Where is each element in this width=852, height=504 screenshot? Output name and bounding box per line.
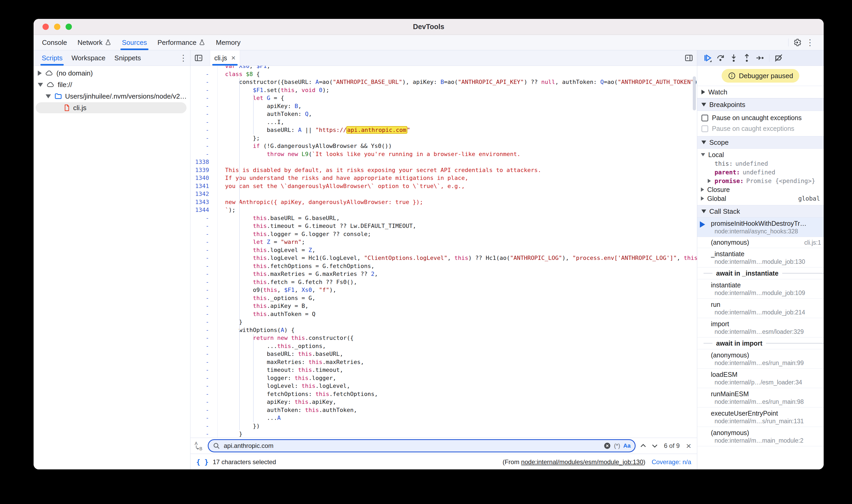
gutter-marker[interactable]: - xyxy=(191,326,218,334)
code-line-text[interactable]: this._options = G, xyxy=(218,294,315,302)
code-line-text[interactable]: return new this.constructor({ xyxy=(218,334,354,342)
code-line-text[interactable]: If you understand the risks and have app… xyxy=(218,174,468,182)
code-line-text[interactable]: apiKey: this.apiKey, xyxy=(218,398,336,406)
step-over-icon[interactable] xyxy=(714,52,727,64)
code-line-text[interactable]: this.fetch = G.fetch ?? Fs0(), xyxy=(218,278,357,286)
toggle-sidebar-icon[interactable] xyxy=(685,54,693,62)
code-line-text[interactable]: this.logger = G.logger ?? console; xyxy=(218,230,371,238)
scope-property-promise[interactable]: promise:Promise {<pending>} xyxy=(697,177,824,185)
tab-sources[interactable]: Sources xyxy=(117,35,152,50)
step-into-icon[interactable] xyxy=(728,52,740,64)
code-line-text[interactable]: if (!G.dangerouslyAllowBrowser && Ys0()) xyxy=(218,142,392,150)
code-line[interactable]: - }) xyxy=(191,422,697,430)
tab-network[interactable]: Network xyxy=(72,35,117,50)
gutter-marker[interactable]: - xyxy=(191,310,218,318)
code-line[interactable]: - } xyxy=(191,318,697,326)
section-scope[interactable]: Scope xyxy=(697,136,824,149)
code-line[interactable]: - logLevel: this.logLevel, xyxy=(191,382,697,390)
code-line-text[interactable]: fetchOptions: this.fetchOptions, xyxy=(218,390,378,398)
gutter-marker[interactable]: - xyxy=(191,110,218,118)
code-line[interactable]: - apiKey: this.apiKey, xyxy=(191,398,697,406)
gutter-marker[interactable]: - xyxy=(191,358,218,366)
tree-item-cli-js[interactable]: cli.js xyxy=(34,102,190,113)
chevron-down-icon[interactable] xyxy=(38,83,43,87)
code-line[interactable]: - this.authToken = Q xyxy=(191,310,697,318)
code-line[interactable]: - if (!G.dangerouslyAllowBrowser && Ys0(… xyxy=(191,142,697,150)
code-line-text[interactable]: baseURL: this.baseURL, xyxy=(218,350,343,358)
code-line-text[interactable]: let Z = "warn"; xyxy=(218,238,305,246)
code-line-text[interactable]: this.timeout = G.timeout ?? Lw.DEFAULT_T… xyxy=(218,222,416,230)
editor-scrollbar[interactable] xyxy=(693,76,696,110)
code-line[interactable]: -class $8 { xyxy=(191,70,697,78)
code-line-text[interactable]: authToken: this.authToken, xyxy=(218,406,357,414)
navigator-tab-snippets[interactable]: Snippets xyxy=(110,50,145,66)
code-line-text[interactable]: } xyxy=(218,318,242,326)
call-stack-frame[interactable]: (anonymous)node:internal/m…main_module:2 xyxy=(697,427,824,446)
gutter-marker[interactable]: - xyxy=(191,86,218,94)
search-input[interactable] xyxy=(223,442,600,450)
match-case-toggle-icon[interactable]: Aa xyxy=(623,443,631,449)
code-line[interactable]: - return new this.constructor({ xyxy=(191,334,697,342)
section-watch[interactable]: Watch xyxy=(697,86,824,98)
tab-memory[interactable]: Memory xyxy=(211,35,246,50)
code-line[interactable]: - $F1.set(this, void 0); xyxy=(191,86,697,94)
code-line-text[interactable]: baseURL: A || "https://api.anthropic.com… xyxy=(218,126,410,134)
code-line-text[interactable]: apiKey: B, xyxy=(218,102,301,110)
gutter-marker[interactable]: - xyxy=(191,142,218,150)
call-stack-frame[interactable]: (anonymous)cli.js:1 xyxy=(697,237,824,248)
navigator-more-icon[interactable]: ⋮ xyxy=(177,53,190,63)
code-line[interactable]: - authToken: Q, xyxy=(191,110,697,118)
regex-toggle-icon[interactable]: (*) xyxy=(614,443,620,449)
gutter-marker[interactable]: - xyxy=(191,286,218,294)
code-line-text[interactable]: ...this._options, xyxy=(218,342,326,350)
code-line-text[interactable] xyxy=(218,158,225,166)
gutter-marker[interactable]: - xyxy=(191,342,218,350)
call-stack-frame[interactable]: promiseInitHookWithDestroyTr…node:intern… xyxy=(697,218,824,237)
coverage-link[interactable]: Coverage: n/a xyxy=(652,458,691,466)
search-input-box[interactable]: (*) Aa xyxy=(208,439,636,452)
code-line-text[interactable]: logger: this.logger, xyxy=(218,374,336,382)
gutter-marker[interactable]: - xyxy=(191,334,218,342)
chevron-down-icon[interactable] xyxy=(701,153,705,156)
tree-item-users-jinhuilee-nvm-versions-node-v2-[interactable]: Users/jinhuilee/.nvm/versions/node/v2… xyxy=(34,90,190,102)
gutter-marker[interactable]: - xyxy=(191,374,218,382)
code-line[interactable]: - let Z = "warn"; xyxy=(191,238,697,246)
code-line-text[interactable]: this.maxRetries = G.maxRetries ?? 2, xyxy=(218,270,378,278)
code-line-text[interactable]: new Anthropic({ apiKey, dangerouslyAllow… xyxy=(218,198,423,206)
chevron-down-icon[interactable] xyxy=(46,94,51,98)
gutter-marker[interactable]: - xyxy=(191,246,218,254)
gutter-marker[interactable]: - xyxy=(191,422,218,430)
gutter-marker[interactable]: - xyxy=(191,126,218,134)
code-line[interactable]: - this.logLevel = Z, xyxy=(191,246,697,254)
call-stack-frame[interactable]: _instantiatenode:internal/m…module_job:1… xyxy=(697,248,824,268)
gutter-marker[interactable]: - xyxy=(191,414,218,422)
source-origin-link[interactable]: node:internal/modules/esm/module_job:130 xyxy=(521,458,643,465)
code-line-text[interactable]: this.logLevel = Hc1(G.logLevel, "ClientO… xyxy=(218,254,697,262)
code-line[interactable]: - this.fetch = G.fetch ?? Fs0(), xyxy=(191,278,697,286)
scope-property-parent[interactable]: parent:undefined xyxy=(697,168,824,177)
code-line[interactable]: - ...I, xyxy=(191,118,697,126)
close-find-bar-icon[interactable]: × xyxy=(685,441,692,450)
code-line-text[interactable]: withOptions(A) { xyxy=(218,326,295,334)
code-line-text[interactable]: ...I, xyxy=(218,118,284,126)
code-line[interactable]: - this.fetchOptions = G.fetchOptions, xyxy=(191,262,697,270)
chevron-right-icon[interactable] xyxy=(38,71,42,76)
code-line[interactable]: 1342 xyxy=(191,190,697,198)
more-options-icon[interactable]: ⋮ xyxy=(802,37,818,48)
code-line[interactable]: - apiKey: B, xyxy=(191,102,697,110)
chevron-right-icon[interactable] xyxy=(701,187,704,192)
gutter-marker[interactable]: - xyxy=(191,70,218,78)
code-line[interactable]: 1339This is disabled by default, as it r… xyxy=(191,166,697,174)
code-line[interactable]: - constructor({baseURL: A=ao("ANTHROPIC_… xyxy=(191,78,697,86)
gutter-marker[interactable]: - xyxy=(191,222,218,230)
tab-cli-js[interactable]: cli.js × xyxy=(210,50,240,66)
gutter-marker[interactable]: - xyxy=(191,214,218,222)
next-match-icon[interactable] xyxy=(651,442,659,450)
code-line-text[interactable]: $F1.set(this, void 0); xyxy=(218,86,329,94)
breakpoint-option[interactable]: Pause on uncaught exceptions xyxy=(702,114,824,122)
code-line[interactable]: 1341you can set the \`dangerouslyAllowBr… xyxy=(191,182,697,191)
gutter-marker[interactable]: - xyxy=(191,302,218,310)
call-stack-frame[interactable]: runnode:internal/m…module_job:214 xyxy=(697,299,824,318)
gutter-marker[interactable]: - xyxy=(191,94,218,102)
code-line[interactable]: - this._options = G, xyxy=(191,294,697,302)
